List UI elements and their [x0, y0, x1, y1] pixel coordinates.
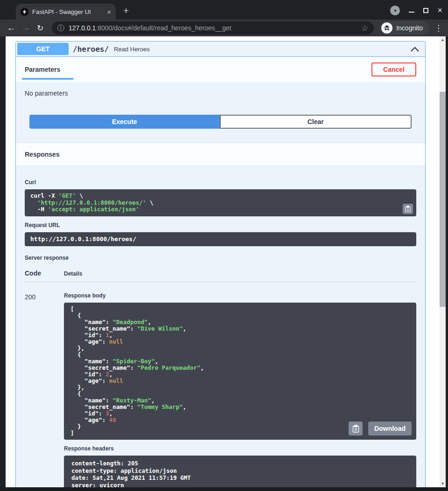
- site-info-icon[interactable]: ⓘ: [57, 24, 64, 33]
- request-url-value: http://127.0.0.1:8000/heroes/: [30, 236, 411, 243]
- response-body-label: Response body: [64, 292, 416, 299]
- tab-bar: FastAPI - Swagger UI × + ▾ ×: [0, 0, 448, 20]
- status-code: 200: [25, 292, 64, 487]
- page-viewport: GET /heroes/ Read Heroes Parameters Canc…: [6, 36, 446, 487]
- scroll-up-icon[interactable]: ▲: [440, 36, 446, 43]
- no-parameters-text: No parameters: [25, 90, 416, 97]
- tab-close-icon[interactable]: ×: [107, 8, 111, 15]
- tab-parameters: Parameters: [25, 57, 60, 82]
- code-column-header: Code: [25, 270, 64, 277]
- back-icon[interactable]: ←: [6, 23, 17, 33]
- parameters-body: No parameters Execute Clear: [16, 82, 425, 129]
- execute-row: Execute Clear: [29, 115, 412, 129]
- forward-icon[interactable]: →: [20, 23, 31, 33]
- details-column-header: Details: [64, 270, 82, 277]
- scrollbar[interactable]: ▲ ▼: [440, 36, 446, 487]
- clear-button[interactable]: Clear: [220, 115, 412, 129]
- curl-label: Curl: [25, 179, 416, 186]
- tab-title: FastAPI - Swagger UI: [32, 8, 103, 15]
- method-badge: GET: [17, 43, 69, 55]
- table-header: Code Details: [25, 270, 416, 282]
- response-details: Response body [ { "name": "Deadpond", "s…: [64, 292, 416, 487]
- incognito-label: Incognito: [396, 24, 423, 32]
- scrollbar-thumb[interactable]: [440, 92, 446, 307]
- browser-tab[interactable]: FastAPI - Swagger UI ×: [16, 4, 116, 20]
- incognito-badge: Incognito: [380, 21, 429, 35]
- browser-toolbar: ← → ↻ ⓘ 127.0.0.1:8000/docs#/default/rea…: [0, 20, 448, 36]
- curl-copy-button[interactable]: [403, 204, 413, 214]
- execute-button[interactable]: Execute: [29, 115, 220, 129]
- responses-body: Curl curl -X 'GET' \ 'http://127.0.0.1:8…: [16, 166, 425, 487]
- response-headers-code: content-length: 205 content-type: applic…: [71, 460, 409, 487]
- profile-chevron-button[interactable]: ▾: [390, 6, 400, 15]
- url-bar[interactable]: ⓘ 127.0.0.1:8000/docs#/default/read_hero…: [52, 21, 374, 35]
- response-headers-block: content-length: 205 content-type: applic…: [64, 456, 416, 487]
- url-host: 127.0.0.1: [69, 24, 96, 32]
- response-body-block: [ { "name": "Deadpond", "secret_name": "…: [64, 303, 416, 440]
- responses-section-header: Responses: [16, 143, 425, 166]
- bookmark-star-icon[interactable]: ☆: [361, 23, 368, 33]
- browser-menu-icon[interactable]: ⋮: [434, 23, 442, 33]
- download-button[interactable]: Download: [368, 422, 412, 436]
- opblock-summary[interactable]: GET /heroes/ Read Heroes: [16, 41, 425, 57]
- collapse-chevron-icon[interactable]: [410, 46, 420, 52]
- endpoint-path: /heroes/: [73, 45, 109, 54]
- response-headers-label: Response headers: [64, 445, 416, 452]
- new-tab-button[interactable]: +: [123, 5, 129, 16]
- opblock-get-heroes: GET /heroes/ Read Heroes Parameters Canc…: [15, 41, 426, 487]
- incognito-icon: [381, 22, 392, 34]
- url-text: 127.0.0.1:8000/docs#/default/read_heroes…: [69, 24, 357, 32]
- window-close-button[interactable]: ×: [437, 6, 442, 14]
- maximize-button[interactable]: [423, 8, 428, 13]
- request-url-block: http://127.0.0.1:8000/heroes/: [25, 232, 416, 247]
- scroll-down-icon[interactable]: ▼: [440, 480, 446, 487]
- table-row: 200 Response body [ { "name": "Deadpond"…: [25, 292, 416, 487]
- parameters-header: Parameters Cancel: [16, 57, 425, 82]
- fastapi-favicon-icon: [21, 8, 28, 16]
- server-response-label: Server response: [25, 255, 416, 261]
- request-url-label: Request URL: [25, 222, 416, 228]
- response-body-controls: Download: [349, 422, 412, 436]
- endpoint-summary: Read Heroes: [114, 46, 150, 53]
- window-bottom-edge: [0, 487, 448, 491]
- curl-code: curl -X 'GET' \ 'http://127.0.0.1:8000/h…: [30, 193, 411, 213]
- url-path: :8000/docs#/default/read_heroes_heroes__…: [96, 24, 231, 32]
- reload-icon[interactable]: ↻: [35, 23, 46, 33]
- response-copy-button[interactable]: [349, 422, 363, 436]
- responses-title: Responses: [25, 151, 60, 158]
- cancel-button[interactable]: Cancel: [371, 62, 416, 76]
- response-body-code: [ { "name": "Deadpond", "secret_name": "…: [70, 306, 411, 436]
- minimize-button[interactable]: [409, 12, 414, 13]
- curl-code-block: curl -X 'GET' \ 'http://127.0.0.1:8000/h…: [25, 189, 416, 216]
- server-response-table: Code Details 200 Response body [ { "name…: [25, 270, 416, 487]
